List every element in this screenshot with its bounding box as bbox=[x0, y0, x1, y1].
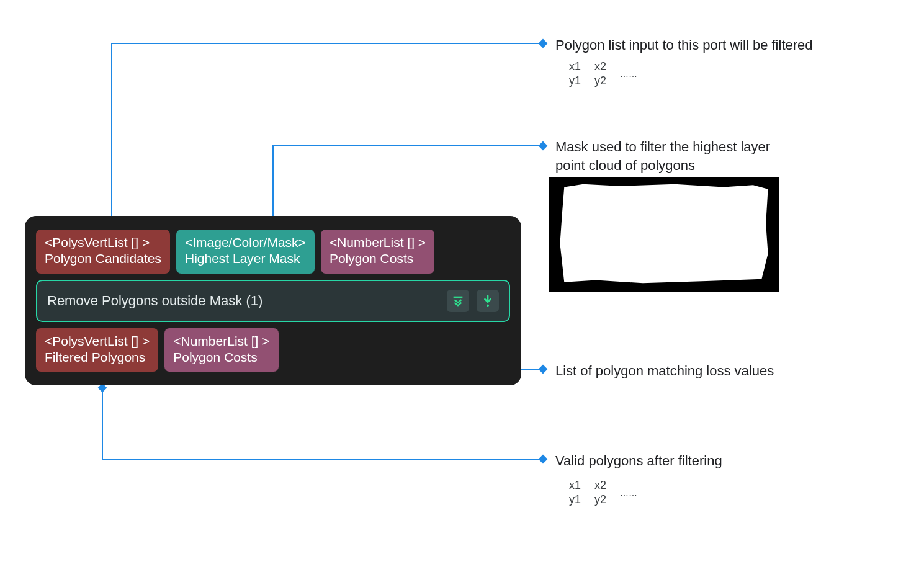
diagram-canvas: <PolysVertList [] > Polygon Candidates <… bbox=[0, 0, 924, 582]
matrix-cell: x2 bbox=[588, 60, 612, 73]
matrix-cell: x1 bbox=[563, 479, 587, 492]
input-port-polygon-candidates[interactable]: <PolysVertList [] > Polygon Candidates bbox=[36, 230, 170, 274]
node-title-bar[interactable]: Remove Polygons outside Mask (1) bbox=[36, 280, 510, 322]
port-type: <PolysVertList [] > bbox=[45, 333, 150, 349]
port-label: Filtered Polygons bbox=[45, 349, 150, 365]
mask-preview-image bbox=[549, 177, 779, 292]
input-port-polygon-costs[interactable]: <NumberList [] > Polygon Costs bbox=[321, 230, 434, 274]
svg-point-2 bbox=[487, 304, 489, 307]
annotation-mask-description: Mask used to filter the highest layer po… bbox=[555, 138, 791, 174]
port-type: <NumberList [] > bbox=[173, 333, 269, 349]
execute-button[interactable] bbox=[477, 290, 499, 312]
port-type: <NumberList [] > bbox=[330, 235, 426, 251]
input-ports-row: <PolysVertList [] > Polygon Candidates <… bbox=[36, 230, 510, 274]
annotation-polygon-list-input: Polygon list input to this port will be … bbox=[555, 36, 813, 55]
port-label: Polygon Candidates bbox=[45, 251, 161, 267]
matrix-cell: y2 bbox=[588, 74, 612, 87]
matrix-cell: y1 bbox=[563, 493, 587, 506]
port-type: <Image/Color/Mask> bbox=[185, 235, 306, 251]
port-label: Polygon Costs bbox=[173, 349, 269, 365]
matrix-example-top: x1x2…… y1y2 bbox=[562, 59, 645, 89]
output-port-filtered-polygons[interactable]: <PolysVertList [] > Filtered Polygons bbox=[36, 328, 158, 372]
matrix-cell: y1 bbox=[563, 74, 587, 87]
matrix-ellipsis: …… bbox=[614, 479, 644, 506]
annotation-loss-values: List of polygon matching loss values bbox=[555, 362, 774, 380]
divider-line bbox=[549, 329, 779, 329]
input-port-highest-layer-mask[interactable]: <Image/Color/Mask> Highest Layer Mask bbox=[176, 230, 315, 274]
annotation-valid-polygons: Valid polygons after filtering bbox=[555, 452, 722, 470]
node-title: Remove Polygons outside Mask (1) bbox=[47, 293, 439, 309]
double-chevron-down-icon bbox=[451, 294, 465, 308]
node-remove-polygons-outside-mask[interactable]: <PolysVertList [] > Polygon Candidates <… bbox=[25, 216, 521, 385]
matrix-cell: x2 bbox=[588, 479, 612, 492]
port-label: Polygon Costs bbox=[330, 251, 426, 267]
run-arrow-down-icon bbox=[481, 294, 495, 308]
port-label: Highest Layer Mask bbox=[185, 251, 306, 267]
matrix-example-bottom: x1x2…… y1y2 bbox=[562, 478, 645, 508]
port-type: <PolysVertList [] > bbox=[45, 235, 161, 251]
collapse-button[interactable] bbox=[447, 290, 469, 312]
svg-rect-1 bbox=[454, 296, 463, 297]
output-ports-row: <PolysVertList [] > Filtered Polygons <N… bbox=[36, 328, 510, 372]
matrix-cell: x1 bbox=[563, 60, 587, 73]
output-port-polygon-costs[interactable]: <NumberList [] > Polygon Costs bbox=[164, 328, 278, 372]
matrix-cell: y2 bbox=[588, 493, 612, 506]
matrix-ellipsis: …… bbox=[614, 60, 644, 87]
